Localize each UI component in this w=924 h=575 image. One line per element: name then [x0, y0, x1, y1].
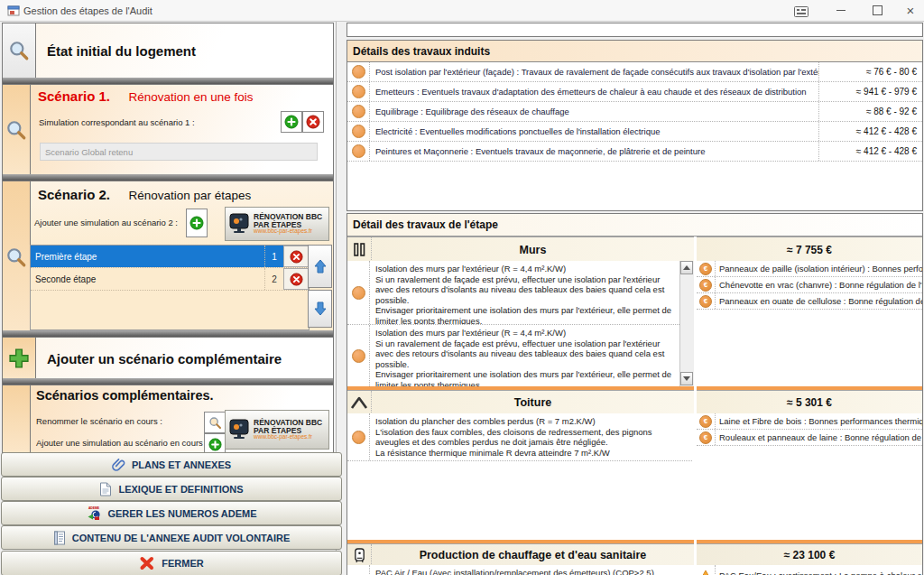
- scenario2-add-button[interactable]: [186, 209, 208, 237]
- magnifier-icon: [208, 416, 222, 430]
- scenario2-view-button[interactable]: [3, 181, 31, 330]
- toiture-cost-header: ≈ 5 301 €: [697, 390, 922, 415]
- close-button[interactable]: ×: [895, 0, 924, 20]
- step-delete-button[interactable]: [283, 268, 309, 290]
- separator: [2, 174, 334, 181]
- orange-dot-icon: [347, 102, 370, 121]
- wall-icon: [347, 237, 372, 262]
- scroll-down-button[interactable]: [680, 372, 693, 385]
- work-item[interactable]: Isolation des murs par l'extérieur (R = …: [347, 261, 679, 325]
- list-item-premiere-etape[interactable]: Première étape 1: [31, 246, 309, 268]
- separator: [2, 330, 334, 337]
- button-label: CONTENU DE L'ANNEXE AUDIT VOLONTAIRE: [72, 533, 291, 543]
- move-step-up-button[interactable]: [308, 245, 332, 288]
- work-text: Isolation des murs par l'extérieur (R = …: [370, 325, 679, 386]
- work-item[interactable]: Isolation du plancher des combles perdus…: [347, 413, 692, 461]
- material-text: Rouleaux et panneaux de laine : Bonne ré…: [716, 430, 922, 445]
- rename-scenario-label: Renommer le scénario en cours :: [36, 416, 162, 426]
- orange-dot-icon: [347, 325, 370, 386]
- red-cross-icon: [290, 250, 303, 264]
- red-cross-icon: [290, 273, 303, 286]
- induit-cost: ≈ 412 € - 428 €: [818, 122, 922, 141]
- plans-et-annexes-button[interactable]: PLANS ET ANNEXES: [1, 452, 342, 477]
- scenario2-add-label: Ajouter une simulation au scénario 2 :: [34, 218, 178, 227]
- move-step-down-button[interactable]: [308, 290, 332, 328]
- production-header: Production de chauffage et d'eau sanitai…: [347, 543, 694, 567]
- section-scenario-1: Scénario 1. Rénovation en une fois Simul…: [2, 84, 334, 175]
- induit-row[interactable]: Peintures et Maçonnerie : Eventuels trav…: [347, 142, 922, 162]
- material-row[interactable]: € Rouleaux et panneaux de laine : Bonne …: [697, 430, 922, 446]
- touch-keyboard-icon[interactable]: [794, 5, 808, 21]
- material-row[interactable]: € Chénevotte en vrac (chanvre) : Bonne r…: [697, 277, 922, 293]
- add-scenario-button[interactable]: [3, 338, 36, 379]
- material-text: Laine et Fibre de bois : Bonnes performa…: [716, 413, 922, 429]
- production-warnings-list: ! PAC Eau/Eau : avertissement : La pompe…: [697, 565, 922, 575]
- scenario1-delete-button[interactable]: [302, 111, 324, 133]
- step-order: 1: [264, 246, 283, 267]
- section-etat-initial[interactable]: État initial du logement: [2, 23, 334, 79]
- orange-dot-icon: [347, 261, 370, 324]
- material-row[interactable]: € Panneaux de paille (isolation intérieu…: [697, 261, 922, 277]
- ademe-icon-label: ADEME: [88, 506, 100, 510]
- work-item[interactable]: PAC Air / Eau (Avec installation/remplac…: [347, 565, 692, 575]
- magnifier-icon: [8, 40, 30, 61]
- bbc-par-etapes-logo[interactable]: RÉNOVATION BBC PAR ÉTAPES www.bbc-par-et…: [225, 410, 329, 450]
- material-row[interactable]: € Laine et Fibre de bois : Bonnes perfor…: [697, 413, 922, 430]
- murs-scrollbar[interactable]: [679, 261, 694, 386]
- document-icon: [99, 482, 112, 496]
- contenu-annexe-audit-button[interactable]: CONTENU DE L'ANNEXE AUDIT VOLONTAIRE: [1, 525, 342, 550]
- toiture-works-list: Isolation du plancher des combles perdus…: [347, 413, 694, 461]
- green-plus-icon: [284, 115, 299, 129]
- induit-row[interactable]: Post isolation par l'extérieur (façade) …: [347, 62, 922, 82]
- murs-works-list: Isolation des murs par l'extérieur (R = …: [347, 261, 694, 386]
- section-add-scenario[interactable]: Ajouter un scénario complémentaire: [2, 337, 334, 380]
- orange-dot-icon: [347, 82, 370, 101]
- gerer-numeros-ademe-button[interactable]: ADEME GERER LES NUMEROS ADEME: [1, 501, 342, 525]
- warning-row[interactable]: ! PAC Eau/Eau : avertissement : La pompe…: [697, 565, 922, 575]
- section-scenarios-complementaires: Scénarios complémentaires. Renommer le s…: [2, 385, 334, 453]
- induit-row[interactable]: Electricité : Eventuelles modifications …: [347, 122, 922, 142]
- orange-dot-icon: [347, 565, 370, 575]
- scenario1-add-button[interactable]: [281, 111, 302, 133]
- green-plus-icon: [189, 216, 204, 230]
- monitor-icon: [228, 419, 250, 441]
- step-delete-button[interactable]: [283, 246, 309, 267]
- maximize-button[interactable]: [862, 0, 892, 20]
- production-cost: ≈ 23 100 €: [697, 549, 922, 561]
- toiture-cost: ≈ 5 301 €: [697, 396, 922, 409]
- button-label: GERER LES NUMEROS ADEME: [107, 508, 256, 519]
- warning-text: PAC Eau/Eau : avertissement : La pompe à…: [716, 565, 922, 575]
- document-lines-icon: [53, 531, 66, 545]
- orange-dot-icon: [347, 142, 370, 161]
- fermer-button[interactable]: FERMER: [1, 551, 342, 575]
- toiture-title: Toiture: [372, 396, 694, 409]
- scroll-up-button[interactable]: [680, 261, 693, 274]
- work-item[interactable]: Isolation des murs par l'extérieur (R = …: [347, 325, 679, 387]
- toiture-materials-list: € Laine et Fibre de bois : Bonnes perfor…: [697, 413, 922, 446]
- step-label[interactable]: Seconde étape: [31, 268, 264, 290]
- big-green-plus-icon: [9, 348, 29, 368]
- arrow-up-icon: [314, 259, 327, 274]
- detail-etape-title: Détail des travaux de l'étape: [347, 214, 922, 236]
- warning-triangle-icon: !: [697, 565, 716, 575]
- arrow-down-icon: [314, 301, 327, 316]
- right-top-strip: [346, 23, 923, 37]
- production-title: Production de chauffage et d'eau sanitai…: [372, 549, 694, 561]
- complementaires-title: Scénarios complémentaires.: [36, 388, 214, 403]
- minimize-button[interactable]: [826, 0, 856, 20]
- list-item-seconde-etape[interactable]: Seconde étape 2: [31, 268, 309, 291]
- scenario1-view-button[interactable]: [3, 85, 31, 174]
- material-row[interactable]: € Panneaux en ouate de cellulose : Bonne…: [697, 293, 922, 310]
- etat-initial-view-button[interactable]: [3, 23, 36, 78]
- induit-row[interactable]: Equilibrage : Equilibrage des réseaux de…: [347, 102, 922, 122]
- step-label[interactable]: Première étape: [31, 246, 264, 267]
- boiler-icon: [347, 544, 372, 566]
- panel-travaux-induits: Détails des travaux induits Post isolati…: [346, 40, 923, 211]
- scenario1-simulation-input[interactable]: [40, 143, 318, 161]
- rename-scenario-button[interactable]: [204, 412, 226, 433]
- scenario2-name: Rénovation par étapes: [129, 189, 252, 202]
- induit-row[interactable]: Emetteurs : Eventuels travaux d'adaptati…: [347, 82, 922, 102]
- euro-coin-icon: €: [697, 293, 716, 309]
- bbc-par-etapes-logo[interactable]: RÉNOVATION BBC PAR ÉTAPES www.bbc-par-et…: [225, 207, 329, 241]
- lexique-definitions-button[interactable]: LEXIQUE ET DEFINITIONS: [1, 477, 342, 501]
